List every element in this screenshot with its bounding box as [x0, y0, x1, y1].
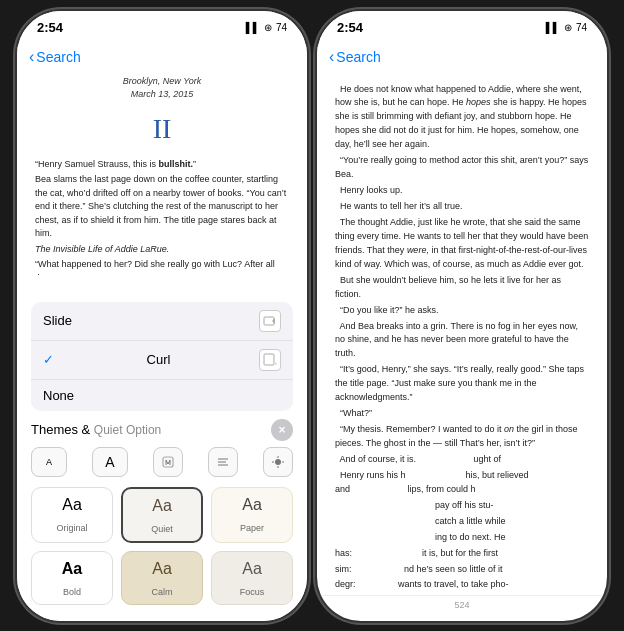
themes-title: Themes & Quiet Option: [31, 422, 161, 437]
back-arrow-icon: ‹: [29, 48, 34, 66]
theme-quiet-label: Quiet: [151, 524, 173, 534]
slide-label: Slide: [43, 313, 72, 328]
status-icons-left: ▌▌ ⊛ 74: [246, 22, 287, 33]
curl-label: Curl: [147, 352, 171, 367]
signal-icon-right: ▌▌: [546, 22, 560, 33]
slide-option-none[interactable]: None: [31, 380, 293, 411]
theme-bold-aa: Aa: [38, 560, 106, 578]
left-phone: 2:54 ▌▌ ⊛ 74 ‹ Search Brooklyn, New York…: [17, 11, 307, 621]
font-row: A A: [31, 447, 293, 477]
nav-bar-left: ‹ Search: [17, 39, 307, 75]
font-large-button[interactable]: A: [92, 447, 128, 477]
signal-icon: ▌▌: [246, 22, 260, 33]
status-bar-left: 2:54 ▌▌ ⊛ 74: [17, 11, 307, 39]
theme-calm-aa: Aa: [128, 560, 196, 578]
nav-bar-right: ‹ Search: [317, 39, 607, 75]
book-chapter: II: [35, 108, 289, 150]
close-button[interactable]: ×: [271, 419, 293, 441]
back-label-left: Search: [36, 49, 80, 65]
right-phone: 2:54 ▌▌ ⊛ 74 ‹ Search He does not know w…: [317, 11, 607, 621]
time-left: 2:54: [37, 20, 63, 35]
status-bar-right: 2:54 ▌▌ ⊛ 74: [317, 11, 607, 39]
slide-option-slide[interactable]: Slide: [31, 302, 293, 341]
slide-icon: [259, 310, 281, 332]
brightness-button[interactable]: [263, 447, 293, 477]
theme-focus-label: Focus: [240, 587, 265, 597]
check-icon: ✓: [43, 352, 54, 367]
wifi-icon-right: ⊛: [564, 22, 572, 33]
page-number: 524: [317, 595, 607, 614]
back-button-left[interactable]: ‹ Search: [29, 48, 81, 66]
theme-bold-label: Bold: [63, 587, 81, 597]
theme-calm-label: Calm: [151, 587, 172, 597]
curl-icon: [259, 349, 281, 371]
themes-header: Themes & Quiet Option ×: [31, 419, 293, 441]
book-content-left: Brooklyn, New York March 13, 2015 II “He…: [17, 75, 307, 275]
themes-grid: Aa Original Aa Quiet Aa Paper Aa Bold Aa: [31, 487, 293, 605]
theme-paper[interactable]: Aa Paper: [211, 487, 293, 543]
theme-original[interactable]: Aa Original: [31, 487, 113, 543]
font-small-button[interactable]: A: [31, 447, 67, 477]
theme-paper-aa: Aa: [218, 496, 286, 514]
overlay-panel: Slide ✓ Curl: [17, 292, 307, 621]
wifi-icon: ⊛: [264, 22, 272, 33]
svg-rect-1: [264, 354, 274, 365]
book-content-right: He does not know what happened to Addie,…: [317, 75, 607, 595]
theme-focus-aa: Aa: [218, 560, 286, 578]
theme-focus[interactable]: Aa Focus: [211, 551, 293, 605]
back-button-right[interactable]: ‹ Search: [329, 48, 381, 66]
back-arrow-icon-right: ‹: [329, 48, 334, 66]
font-style-button[interactable]: [153, 447, 183, 477]
back-label-right: Search: [336, 49, 380, 65]
book-text: “Henry Samuel Strauss, this is bullshit.…: [35, 158, 289, 275]
status-icons-right: ▌▌ ⊛ 74: [546, 22, 587, 33]
theme-paper-label: Paper: [240, 523, 264, 533]
slide-options: Slide ✓ Curl: [31, 302, 293, 411]
book-header: Brooklyn, New York March 13, 2015: [35, 75, 289, 102]
svg-point-6: [275, 459, 281, 465]
battery-left: 74: [276, 22, 287, 33]
theme-calm[interactable]: Aa Calm: [121, 551, 203, 605]
theme-original-label: Original: [56, 523, 87, 533]
battery-right: 74: [576, 22, 587, 33]
slide-option-curl[interactable]: ✓ Curl: [31, 341, 293, 380]
svg-rect-2: [163, 457, 173, 467]
font-align-button[interactable]: [208, 447, 238, 477]
time-right: 2:54: [337, 20, 363, 35]
theme-bold[interactable]: Aa Bold: [31, 551, 113, 605]
none-label: None: [43, 388, 74, 403]
theme-quiet-aa: Aa: [129, 497, 195, 515]
theme-quiet[interactable]: Aa Quiet: [121, 487, 203, 543]
theme-original-aa: Aa: [38, 496, 106, 514]
